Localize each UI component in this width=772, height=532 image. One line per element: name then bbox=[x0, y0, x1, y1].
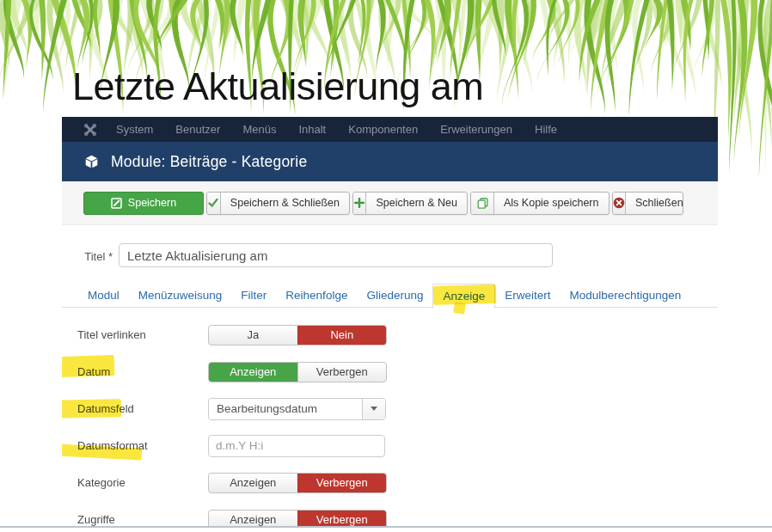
save-and-close-label: Speichern & Schließen bbox=[221, 193, 349, 214]
tab-anzeige[interactable]: Anzeige bbox=[432, 284, 495, 309]
field-label: Datumsfeld bbox=[62, 402, 208, 415]
menu-item-benutzer[interactable]: Benutzer bbox=[175, 123, 220, 136]
title-field-label: Titel * bbox=[73, 250, 113, 263]
presentation-slide: Letzte Aktualisierung am System Benutzer bbox=[0, 0, 772, 532]
row-datumsfeld: Datumsfeld Bearbeitungsdatum bbox=[62, 390, 718, 427]
select-caret-button[interactable] bbox=[362, 399, 385, 419]
highlighter-mark bbox=[454, 302, 467, 315]
field-label: Zugriffe bbox=[62, 513, 208, 526]
check-icon bbox=[207, 193, 221, 214]
plus-icon bbox=[353, 193, 366, 214]
slide-title: Letzte Aktualisierung am bbox=[72, 67, 483, 106]
row-kategorie: Kategorie Anzeigen Verbergen bbox=[62, 464, 718, 501]
save-icon bbox=[111, 193, 122, 214]
option-verbergen[interactable]: Verbergen bbox=[297, 511, 387, 527]
save-as-copy-button[interactable]: Als Kopie speichern bbox=[470, 192, 610, 215]
joomla-logo-icon[interactable] bbox=[83, 122, 98, 138]
menu-item-komponenten[interactable]: Komponenten bbox=[348, 123, 418, 136]
chevron-down-icon bbox=[371, 407, 377, 411]
save-and-new-label: Speichern & Neu bbox=[366, 193, 467, 214]
row-datumsformat: Datumsformat bbox=[62, 427, 718, 464]
row-zugriffe: Zugriffe Anzeigen Verbergen bbox=[62, 501, 718, 526]
menu-item-inhalt[interactable]: Inhalt bbox=[298, 123, 326, 136]
tab-menuezuweisung[interactable]: Menüzuweisung bbox=[129, 284, 232, 309]
save-and-new-button[interactable]: Speichern & Neu bbox=[352, 192, 468, 215]
toolbar: Speichern Speichern & Schließen Speicher… bbox=[62, 181, 718, 225]
save-as-copy-label: Als Kopie speichern bbox=[494, 193, 608, 214]
save-button-label: Speichern bbox=[128, 193, 176, 214]
close-button[interactable]: Schließen bbox=[612, 192, 683, 215]
tab-modul[interactable]: Modul bbox=[78, 284, 129, 309]
option-anzeigen[interactable]: Anzeigen bbox=[209, 474, 297, 492]
admin-menu-bar: System Benutzer Menüs Inhalt Komponenten… bbox=[62, 117, 718, 142]
option-nein[interactable]: Nein bbox=[297, 326, 387, 345]
tab-erweitert[interactable]: Erweitert bbox=[495, 284, 560, 309]
option-ja[interactable]: Ja bbox=[209, 326, 297, 345]
option-anzeigen[interactable]: Anzeigen bbox=[209, 363, 297, 382]
tab-reihenfolge[interactable]: Reihenfolge bbox=[276, 284, 357, 309]
admin-menu: System Benutzer Menüs Inhalt Komponenten… bbox=[116, 123, 557, 136]
option-anzeigen[interactable]: Anzeigen bbox=[209, 511, 297, 527]
tab-gliederung[interactable]: Gliederung bbox=[357, 284, 432, 309]
field-label: Titel verlinken bbox=[62, 328, 208, 341]
close-icon bbox=[613, 193, 626, 214]
slide-divider-line bbox=[0, 526, 772, 528]
datumsformat-input[interactable] bbox=[208, 435, 385, 457]
row-datum: Datum Anzeigen Verbergen bbox=[62, 353, 718, 390]
field-label: Datumsformat bbox=[62, 439, 208, 452]
form-rows: Titel verlinken Ja Nein Datum Anzeigen bbox=[62, 316, 718, 526]
close-button-label: Schließen bbox=[626, 193, 683, 214]
menu-item-erweiterungen[interactable]: Erweiterungen bbox=[440, 123, 512, 136]
field-label: Kategorie bbox=[62, 476, 208, 489]
option-verbergen[interactable]: Verbergen bbox=[297, 363, 387, 382]
copy-icon bbox=[471, 193, 494, 214]
menu-item-system[interactable]: System bbox=[116, 123, 153, 136]
tab-bar: Modul Menüzuweisung Filter Reihenfolge G… bbox=[62, 284, 718, 308]
datum-toggle: Anzeigen Verbergen bbox=[208, 362, 387, 382]
save-and-close-button[interactable]: Speichern & Schließen bbox=[206, 192, 350, 215]
tab-filter[interactable]: Filter bbox=[231, 284, 276, 309]
field-label: Datum bbox=[62, 365, 208, 378]
option-verbergen[interactable]: Verbergen bbox=[297, 474, 387, 492]
page-header: Module: Beiträge - Kategorie bbox=[62, 142, 718, 181]
menu-item-hilfe[interactable]: Hilfe bbox=[535, 123, 557, 136]
tab-modulberechtigungen[interactable]: Modulberechtigungen bbox=[561, 284, 691, 309]
joomla-admin-screenshot: System Benutzer Menüs Inhalt Komponenten… bbox=[62, 117, 718, 526]
zugriffe-toggle: Anzeigen Verbergen bbox=[208, 510, 387, 527]
kategorie-toggle: Anzeigen Verbergen bbox=[208, 473, 387, 493]
module-cube-icon bbox=[84, 155, 99, 169]
title-input[interactable] bbox=[119, 243, 553, 267]
save-button[interactable]: Speichern bbox=[83, 192, 204, 215]
titel-verlinken-toggle: Ja Nein bbox=[208, 325, 387, 345]
page-title: Module: Beiträge - Kategorie bbox=[111, 153, 307, 171]
select-value: Bearbeitungsdatum bbox=[209, 399, 362, 419]
row-titel-verlinken: Titel verlinken Ja Nein bbox=[62, 316, 718, 353]
menu-item-menues[interactable]: Menüs bbox=[242, 123, 276, 136]
datumsfeld-select[interactable]: Bearbeitungsdatum bbox=[208, 398, 386, 420]
